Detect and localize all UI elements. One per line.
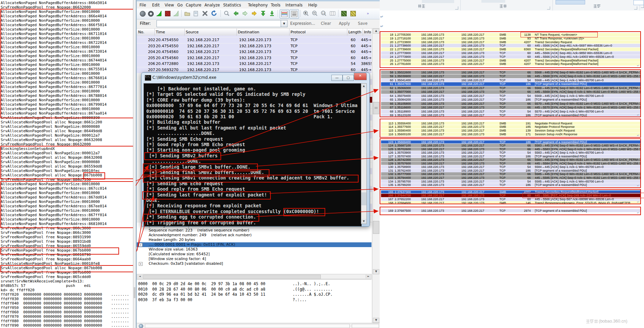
status-icon[interactable] (139, 324, 143, 328)
capture-stop-icon[interactable] (164, 10, 171, 17)
resize-columns-icon[interactable] (329, 10, 336, 17)
detail-row[interactable]: Acknowledgment number: 249 (relative ack… (137, 233, 371, 238)
packet-row[interactable]: 221.27739600192.168.220.173192.168.220.2… (381, 48, 640, 51)
forward-icon[interactable] (242, 10, 248, 17)
detail-row[interactable]: Header Length: 20 bytes (137, 238, 371, 242)
hex-row[interactable]: 0030 3f eb 3a f3 00 00 (138, 297, 192, 303)
filter-dropdown-icon[interactable]: ▼ (281, 20, 287, 27)
capture-filter-icon[interactable] (341, 10, 347, 17)
packet-row[interactable]: 1141.35577600192.168.220.217192.168.220.… (381, 125, 640, 128)
go-bottom-icon[interactable] (269, 10, 275, 17)
expander-icon[interactable]: + (139, 243, 143, 247)
hex-row[interactable]: 0020 dc d9 96 ea 01 bd b2 41 24 be 6f 4a… (138, 292, 265, 297)
menu-go[interactable]: Go (177, 3, 183, 7)
detail-row[interactable]: +Checksum: 0x3af3 [validation disabled] (137, 261, 371, 266)
save-button[interactable]: Save (358, 21, 367, 26)
column-header-destination[interactable]: Destination (238, 30, 259, 34)
detail-row[interactable]: Window size value: 16363 (137, 247, 371, 252)
cmd-maximize-button[interactable]: ▢ (343, 75, 354, 81)
packet-row[interactable]: 1261.35703900192.168.220.173192.168.220.… (381, 151, 640, 154)
packet-row[interactable]: 611.35047800192.168.220.173192.168.220.2… (381, 82, 640, 86)
autoscroll-frame[interactable] (290, 9, 299, 19)
packet-row[interactable]: 1151.35580400192.168.220.173192.168.220.… (381, 129, 640, 132)
scroll-down-icon[interactable]: ▼ (373, 318, 379, 323)
packet-row[interactable]: 601.35041400192.168.220.173192.168.220.2… (381, 79, 640, 82)
colorize-frame[interactable] (280, 9, 289, 19)
packet-row[interactable]: 20320.4754550192.168.220.217192.168.220.… (137, 44, 371, 49)
packet-row[interactable]: 1251.35702600192.168.220.217192.168.220.… (381, 148, 640, 151)
styles-dialog-launcher-icon[interactable] (634, 6, 637, 10)
apply-button[interactable]: Apply (339, 21, 350, 26)
expression-button[interactable]: Expression... (290, 21, 315, 26)
reload-icon[interactable] (211, 10, 217, 17)
detail-scroll-thumb[interactable] (373, 221, 379, 234)
ribbon-launcher-partial[interactable] (641, 5, 644, 8)
packet-row[interactable]: 20220.4754550192.168.220.217192.168.220.… (137, 37, 371, 43)
open-icon[interactable] (184, 10, 191, 17)
zoom-100-icon[interactable]: 1:1 (320, 10, 327, 17)
hscroll-right-icon[interactable]: ► (366, 275, 371, 278)
packet-row[interactable]: 231.27773900192.168.220.217192.168.220.1… (381, 51, 640, 55)
menu-statistics[interactable]: Statistics (223, 3, 241, 7)
packet-row[interactable]: 691.35123100192.168.220.173192.168.220.2… (381, 114, 640, 117)
detail-scroll-down-icon[interactable]: ▼ (373, 269, 379, 274)
packet-row[interactable]: 1271.35707400192.168.220.173192.168.220.… (381, 155, 640, 158)
packet-row[interactable]: 1281.35742300192.168.220.173192.168.220.… (381, 158, 640, 161)
find-icon[interactable] (224, 10, 230, 17)
cmd-scrollbar[interactable]: ▲▼ (361, 83, 367, 224)
packet-row[interactable]: 1351.35799200192.168.220.173192.168.220.… (381, 183, 640, 187)
scroll-thumb[interactable] (373, 102, 379, 114)
packet-row[interactable]: 261.27781600192.168.220.173192.168.220.2… (381, 62, 640, 66)
menu-edit[interactable]: Edit (152, 3, 160, 7)
packet-row[interactable]: 1692.37687500192.168.220.173192.168.220.… (381, 209, 640, 212)
packet-row[interactable]: 671.35116600192.168.220.217192.168.220.1… (381, 106, 640, 109)
column-header-time[interactable]: Time (156, 30, 165, 34)
menu-view[interactable]: View (165, 3, 174, 7)
cmd-minimize-button[interactable]: — (331, 75, 343, 81)
display-filter-icon[interactable] (350, 10, 356, 17)
packet-row[interactable]: 201.27723800192.168.220.173192.168.220.2… (381, 40, 640, 44)
packet-row[interactable]: 1301.35758900192.168.220.173192.168.220.… (381, 165, 640, 169)
detail-row[interactable]: Sequence number: 223 (relative sequence … (137, 228, 371, 233)
detail-horizontal-scrollbar[interactable]: ◄► (137, 274, 371, 279)
packet-row[interactable]: 1161.35600100192.168.220.217192.168.220.… (381, 133, 640, 136)
capture-options-icon[interactable] (147, 10, 154, 17)
menu-telephony[interactable]: Telephony (248, 3, 268, 7)
packet-row-partial[interactable] (137, 36, 371, 37)
packet-row[interactable]: 1291.35757600192.168.220.217192.168.220.… (381, 162, 640, 165)
hex-row[interactable]: 0000 00 0c 29 d0 2d 4e 00 0c 29 97 3b 1a… (138, 281, 265, 287)
detail-row[interactable]: [Calculated window size: 65452] (137, 252, 371, 257)
packet-row[interactable]: 1321.35777000192.168.220.173192.168.220.… (381, 172, 640, 176)
toolbar-overflow-icon[interactable]: » (367, 11, 369, 16)
packet-row[interactable]: 20520.4754560192.168.220.217192.168.220.… (137, 55, 371, 61)
packet-list-header[interactable]: No.TimeSourceDestinationProtocolLengthIn… (137, 29, 371, 36)
cmd-scroll-down-icon[interactable]: ▼ (361, 219, 366, 224)
paragraph-dialog-launcher-icon[interactable] (547, 6, 550, 10)
menu-file[interactable]: File (139, 3, 146, 7)
packet-row[interactable]: 191.27718100192.168.220.217192.168.220.1… (381, 37, 640, 40)
packet-row[interactable]: 591.35039900192.168.220.217192.168.220.1… (381, 74, 640, 78)
column-header-length[interactable]: Length (348, 30, 361, 34)
packet-row[interactable]: 1311.35762400192.168.220.173192.168.220.… (381, 169, 640, 172)
zoom-out-icon[interactable] (312, 10, 318, 17)
cmd-scroll-up-icon[interactable]: ▲ (361, 84, 366, 88)
interfaces-icon[interactable] (139, 10, 146, 17)
packet-row[interactable]: 631.35077000192.168.220.217192.168.220.1… (381, 90, 640, 93)
hscroll-left-icon[interactable]: ◄ (137, 275, 143, 278)
packet-row[interactable]: 241.27773900192.168.220.217192.168.220.1… (381, 55, 640, 58)
menu-help[interactable]: Help (308, 3, 317, 7)
menu-tools[interactable]: Tools (271, 3, 280, 7)
detail-row[interactable]: +.... 0000 0001 0001 = Flags: 0x011 (FIN… (137, 242, 371, 247)
hex-row[interactable]: 0010 00 28 28 67 40 00 80 06 00 00 c0 a8… (138, 287, 265, 292)
scroll-up-icon[interactable]: ▲ (373, 29, 379, 34)
cmd-close-button[interactable]: ✕ (354, 73, 367, 80)
back-icon[interactable] (233, 10, 239, 17)
packet-row[interactable]: 1231.35669400192.168.220.173192.168.220.… (381, 140, 640, 144)
clear-button[interactable]: Clear (321, 21, 331, 26)
menu-internals[interactable]: Internals (285, 3, 302, 7)
detail-row[interactable]: [Window size scaling factor: 4] (137, 257, 371, 261)
goto-packet-icon[interactable] (251, 10, 258, 17)
packet-row[interactable]: 621.35066000192.168.220.173192.168.220.2… (381, 86, 640, 90)
packet-row[interactable]: 661.35105800192.168.220.173192.168.220.2… (381, 102, 640, 105)
menu-capture[interactable]: Capture (186, 3, 201, 7)
